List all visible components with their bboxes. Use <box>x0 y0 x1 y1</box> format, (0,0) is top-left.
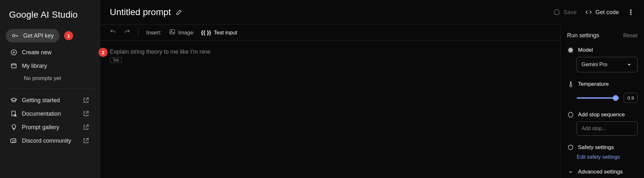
svg-point-5 <box>13 140 13 141</box>
sidebar-divider <box>6 89 94 89</box>
getting-started-label: Getting started <box>22 97 60 104</box>
document-search-icon <box>10 110 17 117</box>
temperature-value[interactable]: 0.9 <box>624 93 638 103</box>
prompt-gallery-label: Prompt gallery <box>22 124 59 131</box>
no-prompts-label: No prompts yet <box>6 73 94 84</box>
run-settings-title: Run settings <box>567 32 599 39</box>
app-logo: Google AI Studio <box>0 6 100 29</box>
svg-rect-2 <box>12 64 16 68</box>
discord-icon <box>10 137 17 144</box>
svg-point-9 <box>630 14 631 15</box>
atom-icon <box>567 47 574 54</box>
discord-label: Discord community <box>22 138 71 144</box>
svg-rect-3 <box>12 111 15 116</box>
redo-button[interactable] <box>124 29 130 37</box>
svg-point-0 <box>13 34 15 37</box>
code-icon <box>585 9 592 16</box>
main-area: Untitled prompt Save Get code <box>100 0 644 178</box>
discord-link[interactable]: Discord community <box>6 134 94 147</box>
stop-sequence-header: Add stop sequence <box>567 111 638 118</box>
prompt-editor[interactable]: Explain string theory to me like I'm nin… <box>100 41 560 178</box>
model-setting-header: Model <box>567 47 638 54</box>
edit-safety-link[interactable]: Edit safety settings <box>577 154 638 160</box>
dropdown-arrow-icon <box>626 61 633 68</box>
annotation-badge-1: 1 <box>64 31 73 40</box>
external-link-icon <box>82 110 90 117</box>
temperature-label: Temperature <box>578 81 609 87</box>
key-icon <box>12 32 19 39</box>
get-code-button[interactable]: Get code <box>585 9 619 16</box>
svg-point-15 <box>570 50 571 51</box>
svg-rect-10 <box>170 30 175 34</box>
editor-placeholder: Explain string theory to me like I'm nin… <box>110 49 551 55</box>
insert-image-button[interactable]: Image <box>169 29 193 37</box>
run-settings-panel: Run settings Reset Model Gemini Pro T <box>560 24 644 178</box>
edit-icon[interactable] <box>175 9 183 16</box>
editor-toolbar: Insert: Image {{ }} Test input <box>100 24 560 41</box>
bulb-icon <box>10 124 17 131</box>
svg-point-8 <box>630 12 631 13</box>
model-select[interactable]: Gemini Pro <box>577 57 638 72</box>
save-button[interactable]: Save <box>553 9 577 16</box>
svg-point-7 <box>630 10 631 11</box>
create-new-label: Create new <box>22 49 52 56</box>
test-input-label: Test input <box>214 30 237 36</box>
documentation-link[interactable]: Documentation <box>6 107 94 120</box>
temperature-setting-header: Temperature <box>567 81 638 88</box>
graduation-icon <box>10 97 17 104</box>
get-code-label: Get code <box>595 9 619 16</box>
image-icon <box>169 29 175 37</box>
my-library-label: My library <box>22 63 47 69</box>
library-icon <box>10 62 17 69</box>
vars-icon: {{ }} <box>201 30 211 36</box>
drive-icon <box>553 9 560 16</box>
shield-icon <box>567 144 574 151</box>
prompt-title: Untitled prompt <box>110 7 171 17</box>
safety-settings-label: Safety settings <box>578 144 614 151</box>
prompt-gallery-link[interactable]: Prompt gallery <box>6 120 94 134</box>
get-api-key-label: Get API key <box>23 32 54 39</box>
toolbar-separator <box>138 29 138 36</box>
svg-point-6 <box>14 140 15 141</box>
slider-thumb[interactable] <box>613 95 619 101</box>
stop-sequence-label: Add stop sequence <box>578 111 625 118</box>
insert-test-input-button[interactable]: {{ }} Test input <box>201 30 237 36</box>
chevron-down-icon <box>567 168 574 175</box>
getting-started-link[interactable]: Getting started <box>6 93 94 107</box>
undo-button[interactable] <box>110 29 116 37</box>
insert-image-label: Image <box>178 30 193 36</box>
tab-hint: Tab <box>110 57 122 63</box>
advanced-settings-toggle[interactable]: Advanced settings <box>567 168 638 175</box>
more-menu-button[interactable] <box>627 9 634 16</box>
sidebar: Google AI Studio Get API key 1 Create ne… <box>0 0 100 178</box>
model-label: Model <box>578 47 593 53</box>
plus-circle-icon <box>10 49 17 56</box>
get-api-key-button[interactable]: Get API key 1 <box>6 29 60 42</box>
my-library-button[interactable]: My library <box>6 59 94 73</box>
advanced-settings-label: Advanced settings <box>578 169 623 175</box>
safety-settings-header: Safety settings <box>567 144 638 151</box>
hexagon-icon <box>567 111 574 118</box>
stop-sequence-input[interactable]: Add stop... <box>577 121 638 136</box>
model-value: Gemini Pro <box>582 62 607 67</box>
topbar: Untitled prompt Save Get code <box>100 0 644 24</box>
temperature-slider[interactable] <box>577 97 620 99</box>
thermometer-icon <box>567 81 574 88</box>
external-link-icon <box>82 97 90 104</box>
save-label: Save <box>564 9 577 16</box>
documentation-label: Documentation <box>22 111 61 117</box>
external-link-icon <box>82 137 90 144</box>
reset-button[interactable]: Reset <box>623 32 638 39</box>
insert-label: Insert: <box>146 30 161 36</box>
create-new-button[interactable]: Create new 2 <box>6 46 94 59</box>
external-link-icon <box>82 124 90 131</box>
